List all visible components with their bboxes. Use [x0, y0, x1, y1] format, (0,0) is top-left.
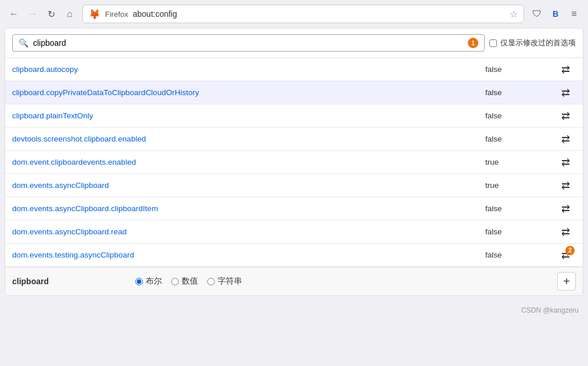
- toggle-button[interactable]: ⇄: [555, 82, 576, 103]
- search-badge: 1: [468, 38, 478, 48]
- address-bar[interactable]: 🦊 Firefox about:config ☆: [82, 5, 524, 23]
- pref-name: dom.events.asyncClipboard.clipboardItem: [12, 198, 485, 219]
- toggle-icon: ⇄: [561, 63, 570, 76]
- toggle-icon: ⇄: [561, 86, 570, 99]
- pref-value: true: [485, 181, 555, 190]
- table-row[interactable]: devtools.screenshot.clipboard.enabled fa…: [5, 128, 583, 151]
- toggle-button[interactable]: ⇄: [555, 129, 576, 150]
- radio-group: 布尔 数值 字符串: [135, 276, 550, 287]
- toggle-button[interactable]: ⇄: [555, 59, 576, 80]
- pref-value: false: [485, 251, 555, 259]
- toggle-button[interactable]: ⇄ 2: [555, 245, 576, 266]
- pref-value: false: [485, 227, 555, 236]
- firefox-logo-icon: 🦊: [89, 9, 100, 20]
- menu-button[interactable]: ≡: [566, 6, 582, 22]
- table-row[interactable]: clipboard.autocopy false ⇄: [5, 58, 583, 81]
- filter-checkbox-wrapper: 仅显示修改过的首选项: [489, 38, 576, 48]
- url-text[interactable]: about:config: [133, 9, 505, 19]
- toggle-button[interactable]: ⇄: [555, 175, 576, 196]
- pref-value: false: [485, 88, 555, 97]
- forward-button[interactable]: →: [24, 6, 41, 22]
- filter-label[interactable]: 仅显示修改过的首选项: [500, 38, 576, 48]
- radio-bool[interactable]: [135, 278, 143, 285]
- toggle-icon: ⇄: [561, 133, 570, 146]
- watermark-text: CSDN @kangzeru: [521, 306, 579, 314]
- reload-button[interactable]: ↻: [43, 6, 59, 22]
- browser-chrome: ← → ↻ ⌂ 🦊 Firefox about:config ☆ 🛡 B ≡: [0, 0, 588, 28]
- table-row[interactable]: dom.event.clipboardevents.enabled true ⇄: [5, 151, 583, 174]
- radio-option-bool[interactable]: 布尔: [135, 276, 162, 287]
- table-row[interactable]: dom.events.asyncClipboard.read false ⇄: [5, 220, 583, 244]
- table-row[interactable]: dom.events.testing.asyncClipboard false …: [5, 244, 583, 267]
- back-button[interactable]: ←: [6, 6, 22, 22]
- pref-value: true: [485, 158, 555, 166]
- home-button[interactable]: ⌂: [62, 6, 78, 22]
- search-icon: 🔍: [19, 38, 28, 48]
- config-table: clipboard.autocopy false ⇄ clipboard.cop…: [5, 58, 583, 267]
- search-input[interactable]: [33, 38, 463, 48]
- toggle-button[interactable]: ⇄: [555, 106, 576, 126]
- pref-name: clipboard.copyPrivateDataToClipboardClou…: [12, 82, 485, 103]
- pref-name: clipboard.plainTextOnly: [12, 106, 485, 126]
- search-input-wrapper: 🔍 1: [12, 34, 485, 52]
- toolbar-icons: 🛡 B ≡: [529, 6, 582, 22]
- shield-button[interactable]: 🛡: [529, 6, 545, 22]
- radio-option-string[interactable]: 字符串: [207, 276, 242, 287]
- pref-name: devtools.screenshot.clipboard.enabled: [12, 129, 485, 149]
- toggle-icon: ⇄: [561, 156, 570, 169]
- pref-value: false: [485, 135, 555, 143]
- radio-string[interactable]: [207, 278, 215, 285]
- toggle-button[interactable]: ⇄: [555, 198, 576, 219]
- toggle-icon: ⇄: [561, 202, 570, 215]
- radio-string-label: 字符串: [218, 276, 242, 287]
- pref-name: dom.events.asyncClipboard: [12, 175, 485, 195]
- toggle-icon: ⇄: [561, 179, 570, 192]
- pref-name: dom.events.asyncClipboard.read: [12, 222, 485, 242]
- table-row[interactable]: clipboard.copyPrivateDataToClipboardClou…: [5, 81, 583, 104]
- table-row[interactable]: clipboard.plainTextOnly false ⇄: [5, 104, 583, 128]
- pref-value: false: [485, 204, 555, 213]
- page-content: 🔍 1 仅显示修改过的首选项 clipboard.autocopy false …: [5, 28, 583, 296]
- toggle-badge: 2: [565, 246, 575, 255]
- pref-value: false: [485, 65, 555, 74]
- nav-buttons: ← → ↻ ⌂: [6, 6, 78, 22]
- bitwarden-button[interactable]: B: [547, 6, 564, 22]
- add-pref-name-label: clipboard: [12, 277, 128, 286]
- toggle-icon: ⇄: [561, 226, 570, 238]
- browser-name-label: Firefox: [105, 10, 128, 19]
- search-bar: 🔍 1 仅显示修改过的首选项: [5, 28, 583, 58]
- radio-number-label: 数值: [182, 276, 198, 287]
- pref-value: false: [485, 111, 555, 120]
- bookmark-icon[interactable]: ☆: [510, 9, 518, 20]
- toggle-button[interactable]: ⇄: [555, 152, 576, 173]
- table-row[interactable]: dom.events.asyncClipboard.clipboardItem …: [5, 197, 583, 220]
- toggle-button[interactable]: ⇄: [555, 222, 576, 242]
- radio-option-number[interactable]: 数值: [171, 276, 198, 287]
- toggle-icon: ⇄: [561, 110, 570, 122]
- watermark: CSDN @kangzeru: [0, 300, 588, 320]
- table-row[interactable]: dom.events.asyncClipboard true ⇄: [5, 174, 583, 197]
- radio-bool-label: 布尔: [146, 276, 162, 287]
- pref-name: clipboard.autocopy: [12, 59, 485, 79]
- filter-checkbox[interactable]: [489, 39, 497, 47]
- pref-name: dom.event.clipboardevents.enabled: [12, 152, 485, 172]
- add-button[interactable]: +: [557, 272, 576, 291]
- pref-name: dom.events.testing.asyncClipboard: [12, 245, 485, 265]
- browser-toolbar: ← → ↻ ⌂ 🦊 Firefox about:config ☆ 🛡 B ≡: [0, 0, 588, 28]
- add-pref-bar: clipboard 布尔 数值 字符串 +: [5, 267, 583, 295]
- radio-number[interactable]: [171, 278, 179, 285]
